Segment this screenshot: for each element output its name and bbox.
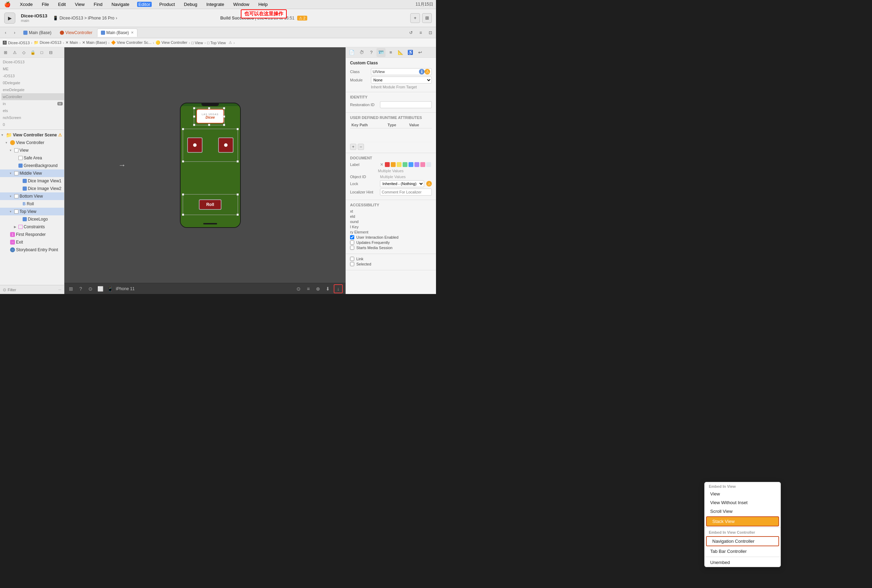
tree-item-middle[interactable]: ▾ Middle View [0, 170, 64, 177]
sidebar-diamond-icon[interactable]: ◇ [20, 48, 28, 57]
tree-item-entry[interactable]: ▾ → Storyboard Entry Point [0, 246, 64, 254]
sidebar-warning-icon[interactable]: ⚠ [11, 48, 19, 57]
swatch-gray[interactable] [426, 162, 431, 167]
menu-integrate[interactable]: Integrate [205, 2, 225, 7]
menu-find[interactable]: Find [92, 2, 104, 7]
apple-menu[interactable]: 🍎 [3, 2, 12, 8]
sidebar-grid-icon[interactable]: ⊞ [2, 48, 10, 57]
rp-id-icon[interactable]: 🪪 [377, 48, 386, 57]
class-info-btn[interactable]: ℹ [419, 69, 425, 75]
rp-file-icon[interactable]: 📄 [347, 48, 356, 57]
swatch-orange[interactable] [391, 162, 396, 167]
menu-help[interactable]: Help [257, 2, 269, 7]
menu-file[interactable]: File [41, 2, 51, 7]
canvas-fit-icon[interactable]: ⬇ [324, 285, 332, 292]
tree-item-view[interactable]: ▾ View [0, 147, 64, 154]
swatch-blue[interactable] [408, 162, 413, 167]
link-cb[interactable] [350, 257, 354, 261]
layout-button[interactable]: ⊞ [422, 13, 432, 23]
add-button[interactable]: + [410, 13, 420, 23]
tree-item-safe-area[interactable]: ▾ Safe Area [0, 154, 64, 162]
attrs-add-btn[interactable]: + [350, 144, 356, 150]
tab-refresh-icon[interactable]: ↺ [407, 28, 415, 37]
menu-navigate[interactable]: Navigate [110, 2, 131, 7]
rp-history-icon[interactable]: ↩ [416, 48, 425, 57]
breadcrumb-4[interactable]: ✕ Main (Base) [82, 40, 107, 45]
menu-view[interactable]: View [74, 2, 86, 7]
menu-xcode[interactable]: Xcode [18, 2, 34, 7]
canvas-icon-3[interactable]: ⊙ [87, 285, 94, 292]
attrs-remove-btn[interactable]: − [358, 144, 364, 150]
updates-cb[interactable] [350, 240, 354, 244]
canvas-icon-1[interactable]: ⊞ [67, 285, 75, 292]
tree-item-dice1[interactable]: ▾ Dice Image View1 [0, 177, 64, 185]
user-interaction-cb[interactable] [350, 235, 354, 239]
rp-ruler-icon[interactable]: 📐 [396, 48, 405, 57]
sidebar-rect-icon[interactable]: □ [38, 48, 46, 57]
tree-item-top[interactable]: ▾ Top View [0, 208, 64, 215]
lock-select[interactable]: Inherited - (Nothing) [380, 180, 424, 187]
swatch-red[interactable] [385, 162, 390, 167]
tree-item-vc[interactable]: ▾ View Controller [0, 139, 64, 147]
tab-main-base-2[interactable]: Main (Base) ✕ [97, 28, 138, 37]
rp-help-icon[interactable]: ? [367, 48, 376, 57]
swatch-green[interactable] [402, 162, 407, 167]
menu-window[interactable]: Window [232, 2, 251, 7]
tab-viewcontroller[interactable]: ViewController [56, 28, 96, 37]
tab-list-icon[interactable]: ≡ [417, 28, 425, 37]
breadcrumb-6[interactable]: 🟡 View Controller [156, 40, 187, 45]
tab-main-base-1[interactable]: Main (Base) [20, 28, 56, 37]
canvas-icon-5[interactable]: 📱 [106, 285, 114, 292]
media-cb[interactable] [350, 246, 354, 250]
roll-button[interactable]: Roll [199, 200, 222, 210]
tree-item-logo[interactable]: ▾ DiceeLogo [0, 215, 64, 223]
sidebar-lock-icon[interactable]: 🔒 [29, 48, 37, 57]
canvas-content[interactable]: → LAS VEGAS Dicee [65, 47, 345, 283]
tree-item-scene[interactable]: ▾ 📁 View Controller Scene ⚠ [0, 131, 64, 139]
breadcrumb-2[interactable]: 📁 Dicee-iOS13 [34, 40, 61, 45]
menu-product[interactable]: Product [158, 2, 176, 7]
tab-close-icon[interactable]: ✕ [131, 31, 134, 34]
filter-input[interactable] [8, 288, 57, 292]
canvas-embed-icon[interactable]: ↓ [334, 284, 343, 293]
swatch-pink[interactable] [420, 162, 425, 167]
module-select[interactable]: None [371, 76, 432, 84]
breadcrumb-5[interactable]: 🔶 View Controller Sc... [111, 40, 152, 45]
menu-edit[interactable]: Edit [57, 2, 67, 7]
tree-item-exit[interactable]: ▾ → Exit [0, 238, 64, 246]
swatch-yellow[interactable] [397, 162, 402, 167]
tree-item-roll[interactable]: ▾ B Roll [0, 200, 64, 208]
canvas-move-icon[interactable]: ⊕ [314, 285, 322, 292]
class-warning-btn[interactable]: ⚠ [425, 69, 430, 75]
class-value-box[interactable]: UIView ℹ ⚠ [371, 68, 432, 75]
rp-accessibility-icon[interactable]: ♿ [406, 48, 415, 57]
tab-split-icon[interactable]: ⊡ [426, 28, 435, 37]
restoration-input[interactable] [380, 101, 432, 108]
menu-editor[interactable]: Editor [137, 2, 152, 7]
run-button[interactable]: ▶ [4, 12, 15, 24]
swatch-purple[interactable] [414, 162, 419, 167]
tree-item-bottom[interactable]: ▾ Bottom View [0, 192, 64, 200]
canvas-list-icon[interactable]: ≡ [305, 285, 312, 292]
tree-item-green[interactable]: ▾ GreenBackground [0, 162, 64, 170]
rp-clock-icon[interactable]: ⏱ [357, 48, 366, 57]
rp-list-icon[interactable]: ≡ [386, 48, 395, 57]
tree-item-dice2[interactable]: ▾ Dice Image View2 [0, 185, 64, 192]
breadcrumb-1[interactable]: Dicee-iOS13 [8, 41, 30, 45]
canvas-zoom-icon[interactable]: ⊙ [295, 285, 302, 292]
localizer-input[interactable] [380, 189, 432, 195]
menu-debug[interactable]: Debug [183, 2, 199, 7]
device-selector[interactable]: 📱 Dicee-iOS13 > iPhone 16 Pro › [53, 16, 117, 21]
breadcrumb-8[interactable]: □ Top View [207, 41, 226, 45]
canvas-icon-4[interactable]: ⬜ [96, 285, 104, 292]
tree-item-constraints[interactable]: ▶ Constraints [0, 223, 64, 231]
tree-item-responder[interactable]: ▾ 1 First Responder [0, 231, 64, 238]
breadcrumb-7[interactable]: □ View [191, 41, 203, 45]
sidebar-filter-icon[interactable]: ⊟ [47, 48, 55, 57]
canvas-icon-2[interactable]: ? [77, 285, 84, 292]
selected-cb[interactable] [350, 262, 354, 266]
forward-button[interactable]: › [11, 28, 19, 37]
back-button[interactable]: ‹ [2, 28, 10, 37]
acc-field-5: ry Element [350, 230, 432, 234]
breadcrumb-3[interactable]: ✕ Main [65, 40, 78, 45]
